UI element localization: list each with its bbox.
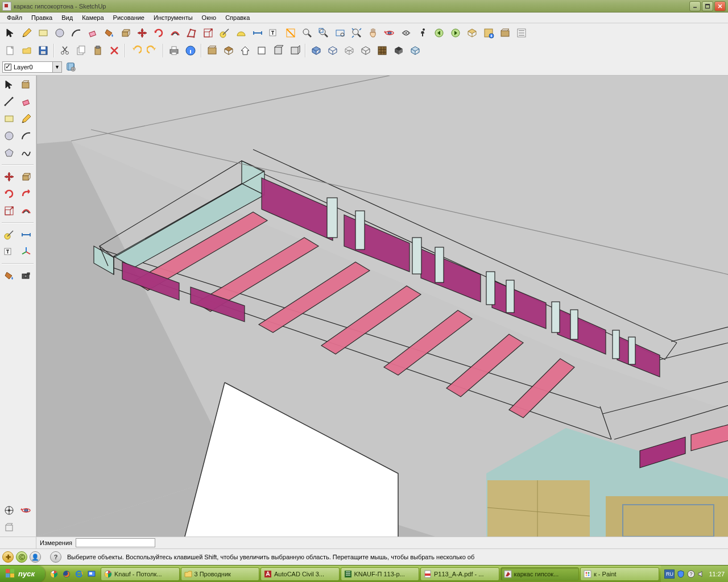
pencil-tool[interactable]	[19, 25, 35, 41]
redo-tool[interactable]	[144, 43, 160, 59]
rect2-tool[interactable]	[1, 111, 17, 127]
minimize-button[interactable]	[689, 1, 701, 11]
front-tool[interactable]	[254, 43, 270, 59]
select-tool[interactable]	[2, 25, 18, 41]
box2-tool[interactable]	[325, 43, 341, 59]
paint2-tool[interactable]	[1, 268, 17, 284]
arc-tool[interactable]	[68, 25, 84, 41]
taskbar-item[interactable]: P113_A-A.pdf - ...	[420, 567, 499, 581]
scale-tool[interactable]	[200, 25, 216, 41]
paint-bucket-tool[interactable]	[101, 25, 117, 41]
help-icon[interactable]: ?	[50, 551, 61, 563]
rotate-tool[interactable]	[151, 25, 167, 41]
close-button[interactable]	[714, 1, 726, 11]
clock[interactable]: 11:27	[709, 571, 725, 577]
cut-tool[interactable]	[57, 43, 73, 59]
menu-view[interactable]: Вид	[57, 13, 77, 22]
zoom-rect-tool[interactable]	[332, 25, 348, 41]
orbit-tool[interactable]	[382, 25, 398, 41]
outliner-tool[interactable]	[514, 25, 530, 41]
push-pull-tool[interactable]	[118, 25, 134, 41]
follow-tool[interactable]	[18, 186, 34, 202]
menu-file[interactable]: Файл	[2, 13, 27, 22]
zoom-tool[interactable]	[299, 25, 315, 41]
chevron-down-icon[interactable]: ▼	[52, 62, 61, 72]
model-tool[interactable]	[204, 43, 220, 59]
prev-view-tool[interactable]	[431, 25, 447, 41]
iso-tool[interactable]	[464, 25, 480, 41]
open-tool[interactable]	[19, 43, 35, 59]
circle-tool[interactable]	[52, 25, 68, 41]
taskbar-item[interactable]: каркас гипсок...	[500, 567, 580, 581]
sand-ent-tool[interactable]	[1, 519, 17, 535]
model-viewport[interactable]	[36, 76, 728, 537]
zoom-ext-tool[interactable]	[349, 25, 365, 41]
rect-tool[interactable]	[35, 25, 51, 41]
taskbar-item[interactable]: AutoCAD Civil 3...	[260, 567, 340, 581]
start-button[interactable]: пуск	[0, 566, 45, 583]
info-tool[interactable]	[183, 43, 198, 59]
right-tool[interactable]	[287, 43, 303, 59]
paste-tool[interactable]	[90, 43, 106, 59]
geo-icon[interactable]: ✚	[2, 551, 14, 563]
menu-draw[interactable]: Рисование	[109, 13, 149, 22]
rotate2-tool[interactable]	[1, 186, 17, 202]
menu-window[interactable]: Окно	[197, 13, 221, 22]
push2-tool[interactable]	[18, 169, 34, 185]
scale2-tool[interactable]	[1, 203, 17, 219]
walk-tool[interactable]	[415, 25, 431, 41]
look-tool[interactable]	[398, 25, 414, 41]
tex-tool[interactable]	[374, 43, 390, 59]
pan-tool[interactable]	[365, 25, 381, 41]
undo-tool[interactable]	[128, 43, 144, 59]
box1-tool[interactable]	[308, 43, 324, 59]
profile-icon[interactable]: 👤	[30, 551, 41, 563]
zoom-window-tool[interactable]	[316, 25, 332, 41]
ql-ie-icon[interactable]	[73, 568, 85, 580]
credits-icon[interactable]: Ⓒ	[16, 551, 27, 563]
offset-tool[interactable]	[167, 25, 183, 41]
dim2-tool[interactable]	[18, 227, 34, 243]
move-tool[interactable]	[134, 25, 150, 41]
menu-edit[interactable]: Правка	[27, 13, 57, 22]
text2-tool[interactable]	[1, 244, 17, 260]
line-tool[interactable]	[1, 94, 17, 110]
box4-tool[interactable]	[358, 43, 374, 59]
maximize-button[interactable]	[702, 1, 713, 11]
select-tool[interactable]	[1, 77, 17, 93]
ql-show-desktop-icon[interactable]	[86, 568, 97, 580]
offset2-tool[interactable]	[18, 203, 34, 219]
new-tool[interactable]	[2, 43, 18, 59]
move2-tool[interactable]	[1, 169, 17, 185]
circle2-tool[interactable]	[1, 128, 17, 144]
copy-tool[interactable]	[73, 43, 89, 59]
lang-indicator[interactable]: RU	[664, 569, 675, 579]
measurements-input[interactable]	[76, 538, 155, 547]
taskbar-item[interactable]: 3 Проводник	[181, 567, 260, 581]
menu-tools[interactable]: Инструменты	[149, 13, 197, 22]
taskbar-item[interactable]: к - Paint	[580, 567, 659, 581]
freehand-tool[interactable]	[18, 145, 34, 161]
ql-chrome-icon[interactable]	[48, 568, 60, 580]
arc2-tool[interactable]	[18, 128, 34, 144]
distort-tool[interactable]	[184, 25, 200, 41]
layer-combo[interactable]: Layer0 ▼	[2, 61, 62, 73]
eraser-red-tool[interactable]	[18, 94, 34, 110]
house-tool[interactable]	[237, 43, 253, 59]
text-tool[interactable]	[266, 25, 282, 41]
next-view-tool[interactable]	[448, 25, 464, 41]
print-tool[interactable]	[166, 43, 182, 59]
protractor-tool[interactable]	[233, 25, 249, 41]
poly-tool[interactable]	[1, 145, 17, 161]
make-comp-tool[interactable]	[18, 77, 34, 93]
sand-pos-tool[interactable]	[1, 502, 17, 518]
axes-tool[interactable]	[18, 244, 34, 260]
tray-volume-icon[interactable]	[697, 570, 705, 578]
layer-manager-button[interactable]	[64, 60, 78, 74]
save-tool[interactable]	[35, 43, 51, 59]
menu-help[interactable]: Справка	[221, 13, 254, 22]
delete-tool[interactable]	[106, 43, 122, 59]
model-info-tool[interactable]	[481, 25, 497, 41]
menu-camera[interactable]: Камера	[77, 13, 108, 22]
ql-firefox-icon[interactable]	[61, 568, 72, 580]
